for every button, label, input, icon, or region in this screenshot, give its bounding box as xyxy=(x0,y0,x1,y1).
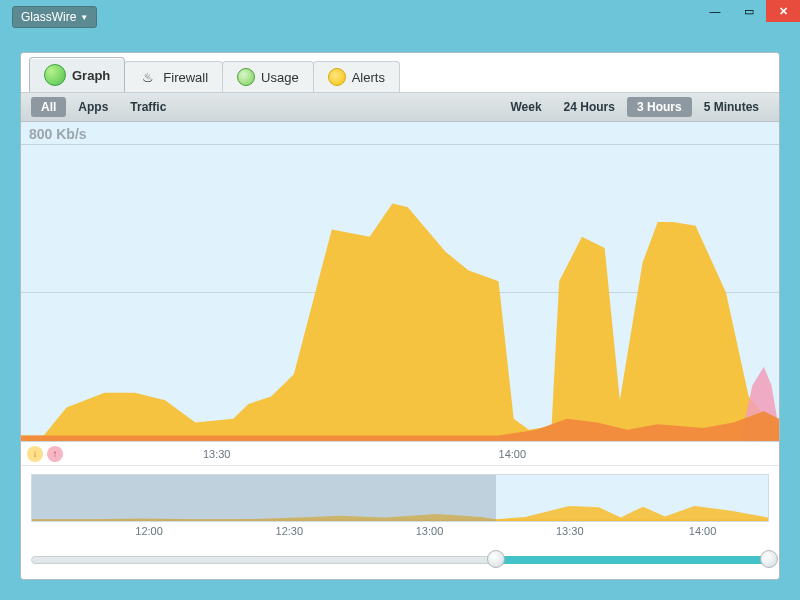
timeline-panel: 12:00 12:30 13:00 13:30 14:00 xyxy=(21,466,779,580)
xaxis-tick: 13:30 xyxy=(203,448,231,460)
main-chart: 800 Kb/s xyxy=(21,122,779,442)
maximize-button[interactable]: ▭ xyxy=(732,0,766,22)
tab-label: Firewall xyxy=(163,70,208,85)
plot-area[interactable] xyxy=(21,144,779,441)
timeline-scrubber[interactable] xyxy=(31,548,769,572)
mini-chart[interactable] xyxy=(31,474,769,522)
timeline-xaxis: 12:00 12:30 13:00 13:30 14:00 xyxy=(31,522,769,542)
caret-down-icon: ▼ xyxy=(80,13,88,22)
range-24h[interactable]: 24 Hours xyxy=(554,97,625,117)
tab-label: Graph xyxy=(72,68,110,83)
timeline-tick: 13:30 xyxy=(556,525,584,537)
alert-icon xyxy=(328,68,346,86)
timeline-tick: 13:00 xyxy=(416,525,444,537)
tab-alerts[interactable]: Alerts xyxy=(313,61,400,92)
timeline-tick: 12:30 xyxy=(276,525,304,537)
timeline-tick: 14:00 xyxy=(689,525,717,537)
scrub-handle-end[interactable] xyxy=(760,550,778,568)
tab-strip: Graph ♨ Firewall Usage Alerts xyxy=(21,53,779,93)
title-bar: GlassWire ▼ — ▭ ✕ xyxy=(0,0,800,40)
range-3h[interactable]: 3 Hours xyxy=(627,97,692,117)
tab-usage[interactable]: Usage xyxy=(222,61,314,92)
filter-apps[interactable]: Apps xyxy=(68,97,118,117)
app-title-label: GlassWire xyxy=(21,10,76,24)
tab-firewall[interactable]: ♨ Firewall xyxy=(124,61,223,92)
main-panel: Graph ♨ Firewall Usage Alerts All Apps T… xyxy=(20,52,780,580)
globe-icon xyxy=(44,64,66,86)
xaxis-main: ↓ ↑ 13:30 14:00 xyxy=(21,442,779,466)
filter-all[interactable]: All xyxy=(31,97,66,117)
timeline-tick: 12:00 xyxy=(135,525,163,537)
disk-icon xyxy=(237,68,255,86)
filter-right-group: Week 24 Hours 3 Hours 5 Minutes xyxy=(500,97,769,117)
range-5m[interactable]: 5 Minutes xyxy=(694,97,769,117)
tab-graph[interactable]: Graph xyxy=(29,57,125,92)
timeline-dim-overlay xyxy=(32,475,496,521)
xaxis-tick: 14:00 xyxy=(499,448,527,460)
window-controls: — ▭ ✕ xyxy=(698,0,800,22)
app-window: GlassWire ▼ — ▭ ✕ Graph ♨ Firewall Usage xyxy=(0,0,800,600)
scrub-fill xyxy=(496,556,769,564)
flame-icon: ♨ xyxy=(139,68,157,86)
y-axis-label: 800 Kb/s xyxy=(29,126,87,142)
legend-download-icon: ↓ xyxy=(27,446,43,462)
legend-upload-icon: ↑ xyxy=(47,446,63,462)
close-button[interactable]: ✕ xyxy=(766,0,800,22)
tab-label: Alerts xyxy=(352,70,385,85)
tab-label: Usage xyxy=(261,70,299,85)
filter-traffic[interactable]: Traffic xyxy=(120,97,176,117)
range-week[interactable]: Week xyxy=(500,97,551,117)
filter-bar: All Apps Traffic Week 24 Hours 3 Hours 5… xyxy=(21,93,779,122)
scrub-handle-start[interactable] xyxy=(487,550,505,568)
filter-left-group: All Apps Traffic xyxy=(31,97,176,117)
minimize-button[interactable]: — xyxy=(698,0,732,22)
app-title-dropdown[interactable]: GlassWire ▼ xyxy=(12,6,97,28)
